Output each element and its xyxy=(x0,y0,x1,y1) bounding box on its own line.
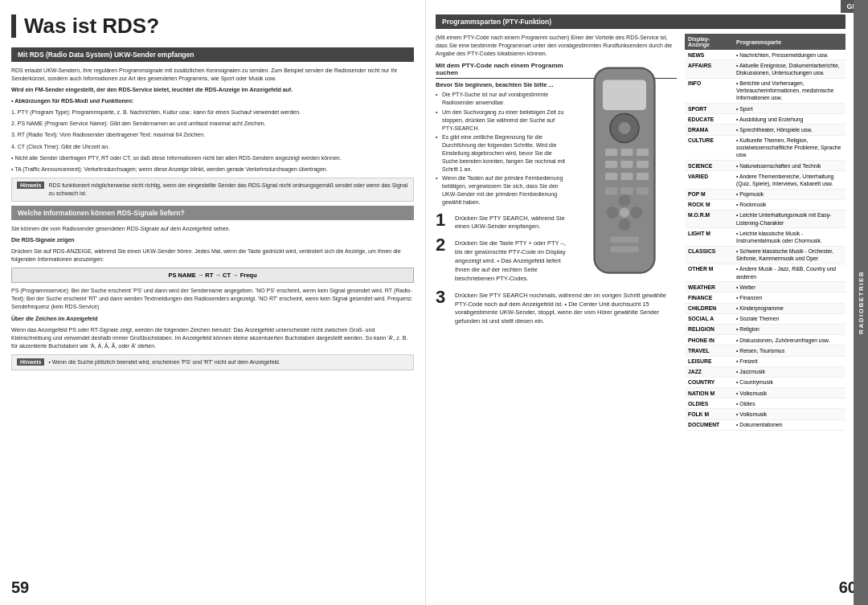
step1-num: 1 xyxy=(436,211,450,229)
pty-sparte-27: • Volksmusik xyxy=(733,409,845,419)
step2-num: 2 xyxy=(436,236,450,254)
section1-item-1: 2. PS NAME (Program Service Name): Gibt … xyxy=(11,120,414,128)
pty-sparte-13: • Schwere klassische Musik - Orchester, … xyxy=(733,246,845,264)
table-row: INFO• Berichte und Vorhersagen, Verbrauc… xyxy=(685,78,845,104)
table-row: PHONE IN• Diskussionen, Zuhörerumfragen … xyxy=(685,335,845,345)
left-page: Was ist RDS? Mit RDS (Radio Data System)… xyxy=(0,0,426,605)
pty-display-23: JAZZ xyxy=(685,366,733,377)
table-row: POP M• Popmusik xyxy=(685,189,845,199)
right-two-col: (Mit einem PTY-Code nach einem Programm … xyxy=(436,34,845,431)
table-row: WEATHER• Wetter xyxy=(685,282,845,292)
table-row: DOCUMENT• Dokumentationen xyxy=(685,419,845,430)
pty-sparte-14: • Andere Musik - Jazz, R&B, Country und … xyxy=(733,264,845,281)
bevor-items: Die PTY-Suche ist nur auf vorabgestimmte… xyxy=(436,91,677,206)
table-header-sparte: Programmsparte xyxy=(733,34,845,50)
pty-sparte-22: • Freizeit xyxy=(733,356,845,366)
table-row: RELIGION• Religion xyxy=(685,324,845,334)
pty-sparte-21: • Reisen, Tourismus xyxy=(733,345,845,356)
section2-rds-bold: Die RDS-Signale zeigen xyxy=(11,236,414,244)
pty-display-18: SOCIAL A xyxy=(685,313,733,324)
pty-display-14: OTHER M xyxy=(685,264,733,281)
page-num-left: 59 xyxy=(11,578,29,597)
section1-item-4: • Nicht alle Sender übertragen PTY, RT o… xyxy=(11,154,414,162)
section1-bold2: • Abkürzungen für RDS-Modi und Funktione… xyxy=(11,97,414,105)
pty-sparte-5: • Sprechtheater, Hörspiele usw. xyxy=(733,125,845,135)
pty-display-25: NATION M xyxy=(685,388,733,399)
radiobetrieb-label: RADIOBETRIEB xyxy=(858,271,865,334)
section2-header: Welche Informationen können RDS-Signale … xyxy=(11,206,414,220)
right-page-inner: Programmsparten (PTY-Funktion) (Mit eine… xyxy=(436,14,845,431)
pty-display-2: INFO xyxy=(685,78,733,104)
pty-display-26: OLDIES xyxy=(685,399,733,409)
pty-display-27: FOLK M xyxy=(685,409,733,419)
svg-point-18 xyxy=(619,219,631,231)
pty-display-6: CULTURE xyxy=(685,135,733,161)
table-row: M.O.R.M• Leichte Unterhaltungsmusik mit … xyxy=(685,210,845,227)
pty-sparte-16: • Finanzen xyxy=(733,292,845,303)
pty-display-8: VARIED xyxy=(685,171,733,189)
table-row: LIGHT M• Leichte klassische Musik - Inst… xyxy=(685,228,845,246)
pty-display-16: FINANCE xyxy=(685,292,733,303)
step3-text: Drücken Sie PTY SEARCH nochmals, während… xyxy=(455,288,677,327)
table-row: SOCIAL A• Soziale Themen xyxy=(685,313,845,324)
section1-items: 1. PTY (Program Type): Programmsparte, z… xyxy=(11,108,414,174)
pty-display-4: EDUCATE xyxy=(685,114,733,125)
pty-sparte-26: • Oldies xyxy=(733,399,845,409)
pty-display-11: M.O.R.M xyxy=(685,210,733,227)
svg-point-17 xyxy=(631,206,643,219)
bevor-item-1: Um den Suchvorgang zu einer beliebigen Z… xyxy=(436,108,677,132)
table-row: AFFAIRS• Aktuelle Ereignisse, Dokumentar… xyxy=(685,60,845,78)
pty-display-9: POP M xyxy=(685,189,733,199)
right-left-col: (Mit einem PTY-Code nach einem Programm … xyxy=(436,34,677,431)
pty-sparte-0: • Nachrichten, Pressemeldungen usw. xyxy=(733,50,845,60)
hint2-text: • Wenn die Suche plötzlich beendet wird,… xyxy=(48,358,280,366)
section2-ps-text: PS (Programmservice): Bei der Suche ersc… xyxy=(11,287,414,311)
svg-rect-21 xyxy=(610,237,639,243)
pty-display-13: CLASSICS xyxy=(685,246,733,264)
pty-sparte-20: • Diskussionen, Zuhörerumfragen usw. xyxy=(733,335,845,345)
table-row: FINANCE• Finanzen xyxy=(685,292,845,303)
table-row: OLDIES• Oldies xyxy=(685,399,845,409)
svg-rect-22 xyxy=(610,247,639,253)
pty-display-3: SPORT xyxy=(685,104,733,114)
step-1: 1 Drücken Sie PTY SEARCH, während Sie ei… xyxy=(436,211,567,232)
table-row: FOLK M• Volksmusik xyxy=(685,409,845,419)
table-row: JAZZ• Jazzmusik xyxy=(685,366,845,377)
table-row: COUNTRY• Countrymusik xyxy=(685,377,845,387)
pty-display-0: NEWS xyxy=(685,50,733,60)
table-row: TRAVEL• Reisen, Tourismus xyxy=(685,345,845,356)
pty-sparte-3: • Sport xyxy=(733,104,845,114)
pty-sparte-17: • Kinderprogramme xyxy=(733,303,845,313)
table-row: DRAMA• Sprechtheater, Hörspiele usw. xyxy=(685,125,845,135)
pty-sparte-1: • Aktuelle Ereignisse, Dokumentarbericht… xyxy=(733,60,845,78)
pty-sparte-2: • Berichte und Vorhersagen, Verbraucheri… xyxy=(733,78,845,104)
pty-sparte-18: • Soziale Themen xyxy=(733,313,845,324)
page-title: Was ist RDS? xyxy=(11,14,414,38)
pty-sparte-8: • Andere Themenbereiche, Unterhaltung (Q… xyxy=(733,171,845,189)
section1-item-2: 3. RT (Radio Text): Vom Radiosender über… xyxy=(11,131,414,139)
pty-display-17: CHILDREN xyxy=(685,303,733,313)
table-row: OTHER M• Andere Musik - Jazz, R&B, Count… xyxy=(685,264,845,281)
pty-sparte-6: • Kulturelle Themen, Religion, sozialwis… xyxy=(733,135,845,161)
section1-body: RDS erlaubt UKW-Sendern, ihre regulären … xyxy=(11,67,414,83)
ps-name-flow: PS NAME → RT → CT → Frequ xyxy=(11,268,414,283)
pty-display-5: DRAMA xyxy=(685,125,733,135)
table-row: CLASSICS• Schwere klassische Musik - Orc… xyxy=(685,246,845,264)
bevor-item-2: Es gibt eine zeitliche Begrenzung für di… xyxy=(436,133,677,173)
radiobetrieb-bar: RADIOBETRIEB xyxy=(854,0,868,605)
table-row: NATION M• Volksmusik xyxy=(685,388,845,399)
pty-table-container: Display-Anzeige Programmsparte NEWS• Nac… xyxy=(685,34,845,431)
section1-item-5: • TA (Traffic Announcement): Verkehrsdur… xyxy=(11,166,414,174)
svg-point-16 xyxy=(607,206,619,219)
table-row: CULTURE• Kulturelle Themen, Religion, so… xyxy=(685,135,845,161)
section2-zeichen-bold: Über die Zeichen im Anzeigefeld xyxy=(11,315,414,323)
pty-display-10: ROCK M xyxy=(685,199,733,210)
table-row: VARIED• Andere Themenbereiche, Unterhalt… xyxy=(685,171,845,189)
hint2-label: Hinweis xyxy=(17,358,44,366)
step1-text: Drücken Sie PTY SEARCH, während Sie eine… xyxy=(455,211,567,232)
table-row: SPORT• Sport xyxy=(685,104,845,114)
pty-display-21: TRAVEL xyxy=(685,345,733,356)
table-row: LEISURE• Freizeit xyxy=(685,356,845,366)
pty-table: Display-Anzeige Programmsparte NEWS• Nac… xyxy=(685,34,845,431)
pty-display-15: WEATHER xyxy=(685,282,733,292)
